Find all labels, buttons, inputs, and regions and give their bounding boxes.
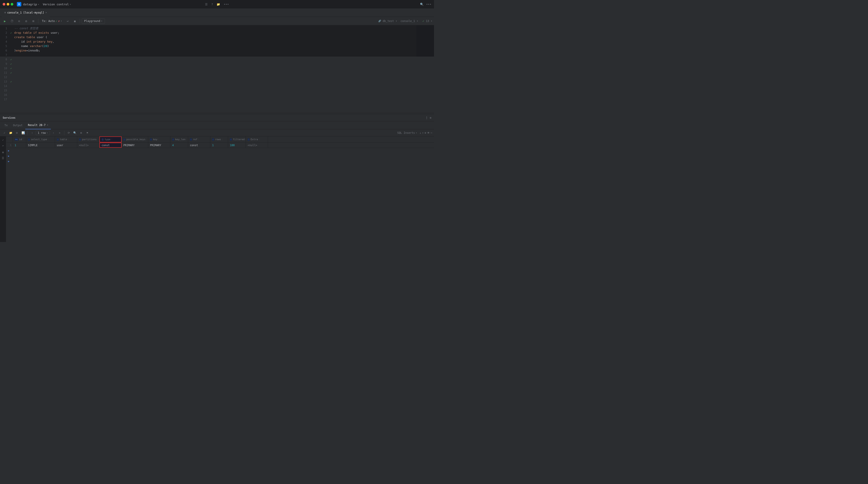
db-connection-label[interactable]: db_test xyxy=(383,20,394,23)
panel-next-icon[interactable]: › xyxy=(51,130,56,135)
partitions-resize[interactable]: ⁝ xyxy=(98,138,98,141)
id-resize[interactable]: ⁝ xyxy=(23,138,24,141)
code-editor[interactable]: -- const 类型查 drop table if exists user; … xyxy=(13,25,434,57)
panel-filter-icon[interactable]: ⊞ xyxy=(79,130,84,135)
possible-keys-resize[interactable]: ⁝ xyxy=(147,138,147,141)
panel-flag-icon[interactable]: ⚑ xyxy=(85,130,90,135)
help-icon[interactable]: ? xyxy=(211,3,213,6)
settings-button[interactable]: ⚙ xyxy=(23,18,29,24)
line-count-dropdown[interactable]: ▾ xyxy=(431,20,432,22)
output-tab[interactable]: Output xyxy=(10,121,25,129)
result-tab[interactable]: Result 28-7 × xyxy=(25,121,51,129)
sidebar-check-icon[interactable]: ✓ xyxy=(0,137,6,142)
panel-more-icon[interactable]: ⋯ xyxy=(431,131,432,134)
table-resize[interactable]: ⁝ xyxy=(68,138,69,141)
sql-inserts-label[interactable]: SQL Inserts xyxy=(397,131,415,134)
result-tab-close[interactable]: × xyxy=(47,124,48,126)
tx-dropdown[interactable]: ▾ xyxy=(61,20,62,22)
version-control-menu[interactable]: Version control ▾ xyxy=(43,3,71,6)
sidebar-undo-icon[interactable]: ↩ xyxy=(0,143,6,149)
sql-inserts-dropdown[interactable]: ▾ xyxy=(416,132,417,134)
cell-key-1[interactable]: PRIMARY xyxy=(148,142,170,148)
cell-type-1[interactable]: const xyxy=(99,142,122,148)
close-button[interactable] xyxy=(3,3,5,5)
ref-resize[interactable]: ⁝ xyxy=(198,138,199,141)
header-ref[interactable]: □ ref ⁝ xyxy=(188,136,210,142)
search-icon[interactable]: 🔍 xyxy=(420,3,424,6)
table-row[interactable]: 1 1 SIMPLE user <null> xyxy=(6,142,434,148)
tab-close-button[interactable]: × xyxy=(45,11,47,14)
document-icon[interactable]: ☰ xyxy=(205,3,208,6)
app-menu[interactable]: datagrip ▾ xyxy=(23,3,39,6)
header-key[interactable]: □ key ⁝ xyxy=(148,136,170,142)
panel-folder-icon[interactable]: 📁 xyxy=(8,130,13,135)
grid-button[interactable]: ⊞ xyxy=(30,18,36,24)
header-table[interactable]: □ table ⁝ xyxy=(55,136,77,142)
expand-row-2[interactable]: ▶ xyxy=(6,153,434,159)
panel-download-icon[interactable]: ↓ xyxy=(420,131,421,134)
header-id[interactable]: PK id ⁝ xyxy=(13,136,26,142)
session-dropdown[interactable]: ▾ xyxy=(417,20,418,22)
services-settings-icon[interactable]: ⚙ xyxy=(430,116,431,119)
cell-table-1[interactable]: user xyxy=(55,142,77,148)
more-icon[interactable]: ••• xyxy=(224,3,229,6)
cell-extra-1[interactable]: <null> xyxy=(246,142,268,148)
run-button[interactable]: ▶ xyxy=(2,18,8,24)
editor-area[interactable]: 1 2 3 4 5 6 7 8 9 10 11 12 13 14 15 16 1… xyxy=(0,25,434,57)
app-name-dropdown[interactable]: ▾ xyxy=(38,3,39,5)
type-resize[interactable]: ⁝ xyxy=(112,138,112,141)
panel-prev-icon[interactable]: ‹ xyxy=(30,130,35,135)
key-len-resize[interactable]: ⁝ xyxy=(186,138,187,141)
connection-dropdown[interactable]: ▾ xyxy=(396,20,397,22)
playground-button[interactable]: Playground ▾ xyxy=(82,19,105,24)
row-selector[interactable]: 1 row ▾ xyxy=(36,131,50,135)
cell-possible-keys-1[interactable]: PRIMARY xyxy=(122,142,148,148)
run-config-button[interactable]: ⊙ xyxy=(16,18,22,24)
row-selector-dropdown[interactable]: ▾ xyxy=(46,132,48,134)
header-type[interactable]: □ type ⁝ xyxy=(99,136,122,142)
playground-dropdown-icon[interactable]: ▾ xyxy=(101,20,102,22)
session-label[interactable]: console_1 xyxy=(401,20,415,23)
tx-tab[interactable]: Tx xyxy=(2,121,10,129)
cell-id-1[interactable]: 1 xyxy=(13,142,26,148)
cell-ref-1[interactable]: const xyxy=(188,142,210,148)
expand-row-3[interactable]: ▶ xyxy=(6,159,434,164)
header-select-type[interactable]: □ select_type ⁝ xyxy=(26,136,55,142)
console-tab[interactable]: ⊞ console_1 [local-mysql] × xyxy=(2,8,50,17)
expand-row-1[interactable]: ▶ xyxy=(6,148,434,153)
panel-add-icon[interactable]: ⊕ xyxy=(425,131,426,134)
folder-icon[interactable]: 📁 xyxy=(217,3,220,6)
minimize-button[interactable] xyxy=(7,3,9,5)
sidebar-remove-row-icon[interactable]: ☰ xyxy=(0,156,6,161)
panel-last-icon[interactable]: » xyxy=(57,130,62,135)
panel-upload-icon[interactable]: ↑ xyxy=(422,131,424,134)
cell-filtered-1[interactable]: 100 xyxy=(228,142,246,148)
cell-key-len-1[interactable]: 4 xyxy=(170,142,188,148)
header-extra[interactable]: □ Extra ⁝ xyxy=(246,136,268,142)
cell-select-type-1[interactable]: SIMPLE xyxy=(26,142,55,148)
panel-search-icon[interactable]: 🔍 xyxy=(72,130,78,135)
extra-resize[interactable]: ⁝ xyxy=(259,138,260,141)
maximize-button[interactable] xyxy=(11,3,13,5)
version-control-dropdown[interactable]: ▾ xyxy=(70,3,71,5)
header-partitions[interactable]: □ partitions ⁝ xyxy=(77,136,99,142)
cell-partitions-1[interactable]: <null> xyxy=(77,142,99,148)
undo-button[interactable]: ↩ xyxy=(65,18,71,24)
services-more-icon[interactable]: ⋮ xyxy=(425,116,428,119)
header-filtered[interactable]: □ filtered ⁝ xyxy=(228,136,246,142)
panel-sync-icon[interactable]: ✓ xyxy=(2,130,7,135)
header-key-len[interactable]: □ key_len ⁝ xyxy=(170,136,188,142)
rows-resize[interactable]: ⁝ xyxy=(222,138,223,141)
header-rows[interactable]: □ rows ⁝ xyxy=(210,136,228,142)
key-resize[interactable]: ⁝ xyxy=(158,138,159,141)
tx-selector[interactable]: Tx: Auto ✓ ✗ ▾ xyxy=(40,19,64,23)
header-possible-keys[interactable]: □ possible_keys ⁝ xyxy=(122,136,148,142)
panel-view-icon[interactable]: 👁 xyxy=(427,131,430,134)
cell-rows-1[interactable]: 1 xyxy=(210,142,228,148)
select-type-resize[interactable]: ⁝ xyxy=(48,138,49,141)
history-button[interactable]: ⏱ xyxy=(9,18,15,24)
stop-button[interactable]: ◼ xyxy=(72,18,78,24)
panel-refresh-icon[interactable]: ⟳ xyxy=(66,130,71,135)
panel-chart-icon[interactable]: 📊 xyxy=(21,130,26,135)
sidebar-add-row-icon[interactable]: ⊞ xyxy=(0,150,6,155)
